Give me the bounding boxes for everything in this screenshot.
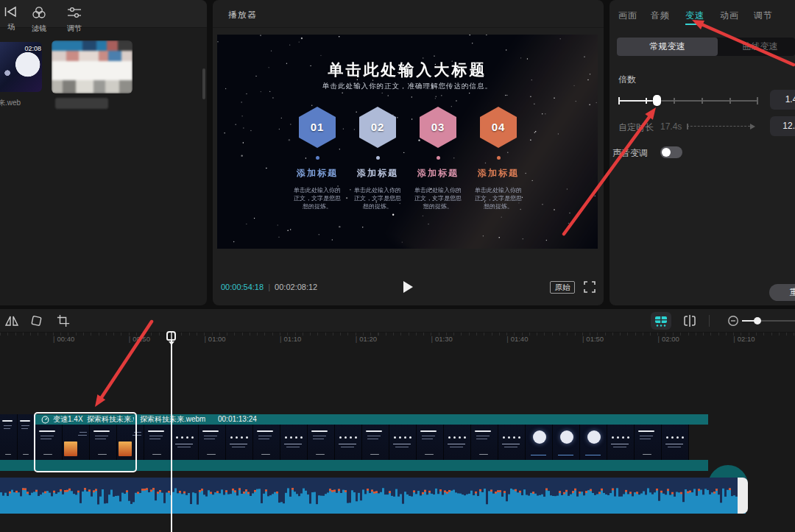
blurred-image	[52, 40, 132, 93]
slider-tick	[729, 98, 731, 104]
playhead-marker-notch	[169, 341, 174, 345]
pitch-toggle[interactable]	[660, 146, 682, 158]
slider-tick	[702, 98, 703, 104]
toolbar-item-0[interactable]: 场	[0, 6, 24, 32]
speed-slider[interactable]	[618, 94, 758, 107]
timeline-zoom-slider[interactable]	[742, 316, 795, 325]
timeline-ruler[interactable]: |00:40|00:50|01:00|01:10|01:20|01:30|01:…	[0, 333, 795, 345]
play-button[interactable]	[403, 281, 413, 293]
total-timecode: 00:02:08:12	[275, 283, 317, 291]
speed-value-box[interactable]: 1.4x	[770, 90, 795, 110]
slide-item-label: 添加标题	[291, 167, 344, 180]
slide-item-03: 03添加标题单击此处输入你的正文，文字是您思想的提炼。	[411, 107, 464, 210]
clip-name-right: 探索科技未来.webm	[140, 414, 205, 425]
current-timecode: 00:00:54:18	[221, 283, 264, 291]
hexagon-shape: 03	[420, 107, 456, 148]
pitch-toggle-knob	[662, 148, 671, 157]
transition-icon	[0, 6, 24, 20]
tab-音频[interactable]: 音频	[651, 10, 670, 22]
duration-arrowhead	[750, 124, 755, 130]
split-icon[interactable]	[682, 313, 698, 328]
filmstrip-cell	[199, 425, 226, 460]
slide-item-body: 单击此处输入你的正文，文字是您思想的提炼。	[291, 186, 344, 210]
pitch-label: 声音变调	[612, 147, 648, 160]
toolbar-item-label: 滤镜	[26, 24, 52, 34]
slide-item-body: 单击此处输入你的正文，文字是您思想的提炼。	[351, 186, 404, 210]
slide-item-label: 添加标题	[472, 167, 525, 180]
ruler-label: |01:30	[431, 335, 453, 343]
tab-动画[interactable]: 动画	[720, 10, 739, 22]
ruler-label: |01:00	[204, 335, 225, 343]
filmstrip-cell	[498, 425, 526, 460]
playhead-marker[interactable]	[166, 331, 176, 341]
speed-mode-toggle: 常规变速 曲线变速	[617, 38, 795, 56]
slide-items: 01添加标题单击此处输入你的正文，文字是您思想的提炼。02添加标题单击此处输入你…	[217, 107, 598, 247]
hexagon-dot	[376, 156, 380, 160]
adjust-icon	[62, 6, 87, 21]
slider-tick	[674, 98, 675, 104]
tab-画面[interactable]: 画面	[618, 10, 637, 22]
playhead-line[interactable]	[171, 331, 172, 532]
original-quality-button[interactable]: 原始	[550, 281, 575, 294]
slide-item-04: 04添加标题单击此处输入你的正文，文字是您思想的提炼。	[472, 107, 525, 210]
inspector-panel: 画面音频变速动画调节 常规变速 曲线变速 倍数 1.4x 自定时长 17.4s …	[610, 0, 795, 305]
slide-item-body: 单击此处输入你的正文，文字是您思想的提炼。	[411, 186, 464, 210]
duration-dash-start	[687, 124, 688, 130]
tab-变速[interactable]: 变速	[685, 10, 704, 22]
audio-waveform	[0, 478, 746, 514]
curve-speed-tab[interactable]: 曲线变速	[718, 38, 795, 56]
clip-selection-border[interactable]	[34, 412, 137, 472]
panel-resize-handle[interactable]	[202, 68, 205, 99]
mirror-icon[interactable]	[4, 314, 19, 327]
toolbar-item-2[interactable]: 调节	[62, 6, 87, 34]
duration-dash-line	[687, 126, 750, 127]
video-preview[interactable]: 单击此处输入大标题 单击此处输入你的正文，准确理解您传达的信息。 01添加标题单…	[217, 35, 598, 249]
slide-item-label: 添加标题	[411, 167, 464, 180]
slide-item-01: 01添加标题单击此处输入你的正文，文字是您思想的提炼。	[291, 107, 344, 210]
crop-icon[interactable]	[56, 314, 71, 327]
hexagon-number: 01	[299, 107, 336, 148]
hexagon-dot	[497, 156, 501, 160]
snap-button[interactable]	[651, 312, 671, 330]
slider-thumb[interactable]	[653, 95, 661, 106]
audio-trim-handle[interactable]	[738, 478, 748, 514]
thumbnail-duration: 02:08	[24, 45, 41, 52]
normal-speed-tab[interactable]: 常规变速	[617, 38, 718, 56]
filmstrip-cell	[635, 425, 662, 460]
slide-title: 单击此处输入大标题	[217, 60, 598, 80]
filmstrip-cell	[526, 425, 553, 460]
filmstrip-cell	[580, 425, 607, 460]
audio-clip[interactable]	[0, 478, 748, 514]
reset-button[interactable]: 重置	[769, 284, 795, 301]
toolbar-item-label: 场	[0, 22, 24, 32]
filmstrip-cell	[471, 425, 498, 460]
rotate-icon[interactable]	[29, 314, 44, 327]
zoom-out-icon[interactable]	[727, 315, 739, 327]
tab-调节[interactable]: 调节	[754, 10, 773, 22]
filmstrip-cell	[144, 425, 172, 460]
video-clip-fragment[interactable]	[0, 414, 35, 460]
filmstrip-cell	[18, 414, 35, 460]
filmstrip-cell	[172, 425, 199, 460]
filmstrip-cell	[607, 425, 635, 460]
media-thumbnail-space[interactable]: 02:08	[0, 42, 42, 92]
player-panel: 播放器 单击此处输入大标题 单击此处输入你的正文，准确理解您传达的信息。 01添…	[213, 0, 604, 305]
filmstrip-cell	[0, 414, 18, 460]
hexagon-shape: 04	[480, 107, 517, 148]
ruler-label: |02:10	[733, 335, 755, 343]
media-panel: 场滤镜调节 02:08 来.web	[0, 0, 207, 305]
player-title: 播放器	[228, 9, 257, 21]
speed-label: 倍数	[618, 74, 636, 86]
timeline-toolbar	[0, 309, 795, 333]
fullscreen-icon[interactable]	[584, 281, 596, 293]
duration-value-box[interactable]: 12.4s	[770, 116, 795, 136]
video-clip-track: 变速1.4X 探索科技未来.w 探索科技未来.webm 00:01:13:24	[0, 414, 795, 471]
toolbar-item-1[interactable]: 滤镜	[26, 6, 52, 34]
filmstrip-cell	[662, 425, 689, 460]
media-thumbnail-blurred[interactable]	[52, 40, 132, 93]
zoom-slider-thumb[interactable]	[754, 317, 761, 324]
hexagon-number: 02	[359, 107, 396, 148]
hexagon-shape: 02	[359, 107, 396, 148]
player-header: 播放器	[213, 0, 604, 28]
slider-tick	[757, 97, 758, 104]
